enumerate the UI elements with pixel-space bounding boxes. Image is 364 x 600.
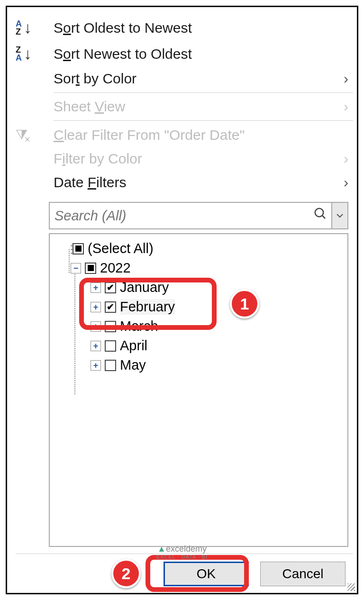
sort-oldest-newest[interactable]: AZ ↓ Sort Oldest to Newest [11,15,353,41]
cancel-button[interactable]: Cancel [260,562,346,586]
search-icon [309,207,331,225]
sort-desc-label: Sort Newest to Oldest [54,46,348,62]
tree-label: (Select All) [88,241,154,256]
chevron-right-icon: › [344,151,348,167]
tree-month-january[interactable]: + January [53,278,345,297]
tree-label: April [120,338,147,354]
tree-month-february[interactable]: + February [53,297,345,317]
sort-asc-label: Sort Oldest to Newest [54,20,348,36]
clear-filter-label: Clear Filter From "Order Date" [54,127,348,143]
watermark: ▲exceldemy EXCEL · DATA · BI [156,544,208,560]
search-input[interactable] [50,208,309,224]
date-filters-label: Date Filters [54,174,334,191]
tree-label: March [120,318,158,334]
sort-color-label: Sort by Color [54,71,334,87]
checkbox-partial[interactable] [73,243,84,255]
expand-icon[interactable]: + [91,302,101,312]
tree-year-2022[interactable]: − 2022 [53,258,345,278]
tree-label: January [120,280,169,295]
checkbox-unchecked[interactable] [105,360,116,371]
clear-filter: ⧩ Clear Filter From "Order Date" [11,123,353,147]
checkbox-checked[interactable] [105,282,116,293]
filter-by-color: Filter by Color › [11,147,353,171]
expand-icon[interactable]: + [91,341,101,351]
search-box [49,202,348,229]
tree-month-march[interactable]: + March [53,317,345,336]
tree-label: February [120,299,175,315]
tree-select-all[interactable]: (Select All) [53,239,345,258]
expand-icon[interactable]: + [91,321,101,332]
annotation-badge-2: 2 [111,559,141,588]
svg-point-0 [315,209,324,217]
filter-color-label: Filter by Color [54,151,334,167]
tree-month-april[interactable]: + April [53,336,345,355]
checkbox-unchecked[interactable] [105,321,116,332]
chevron-right-icon: › [344,71,348,87]
checkbox-checked[interactable] [105,301,116,313]
sort-az-icon: AZ ↓ [16,18,44,37]
tree-month-may[interactable]: + May [53,355,345,375]
tree-label: 2022 [100,260,131,276]
search-dropdown[interactable] [331,203,347,228]
checkbox-partial[interactable] [85,263,96,274]
date-filters[interactable]: Date Filters › [11,171,353,194]
expand-icon[interactable]: + [91,360,101,371]
chevron-right-icon: › [344,174,348,191]
resize-grip[interactable] [347,583,355,591]
funnel-clear-icon: ⧩ [16,127,44,143]
chevron-right-icon: › [344,99,348,115]
collapse-icon[interactable]: − [71,263,81,273]
tree-label: May [120,357,146,373]
sort-by-color[interactable]: Sort by Color › [11,67,353,91]
filter-dropdown-panel: AZ ↓ Sort Oldest to Newest ZA ↓ Sort New… [6,6,358,594]
expand-icon[interactable]: + [91,282,101,293]
ok-button[interactable]: OK [164,562,249,586]
sort-newest-oldest[interactable]: ZA ↓ Sort Newest to Oldest [11,41,353,67]
filter-tree: (Select All) − 2022 + January + February… [49,233,348,547]
divider [54,120,353,121]
svg-line-1 [322,216,325,218]
sort-za-icon: ZA ↓ [16,45,44,63]
sheet-view-label: Sheet View [54,99,334,115]
sheet-view: Sheet View › [11,95,353,118]
dialog-buttons: OK Cancel 2 [11,556,353,589]
checkbox-unchecked[interactable] [105,340,116,352]
divider [54,92,353,93]
